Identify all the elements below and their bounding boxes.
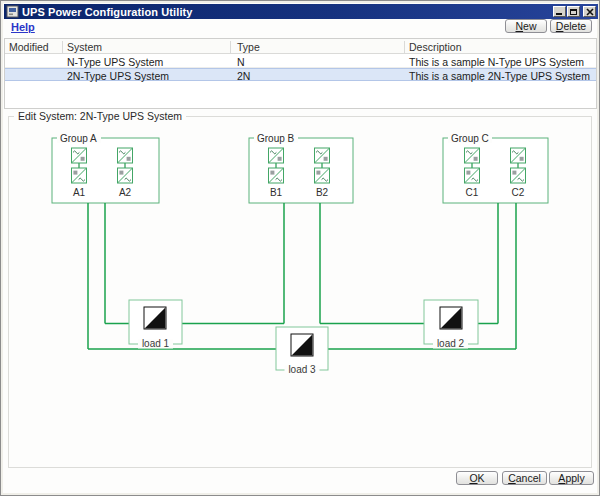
maximize-button[interactable] bbox=[567, 6, 580, 17]
column-divider bbox=[62, 41, 63, 54]
power-topology-diagram: Group A Group B Group C A1 A2 B1 B2 bbox=[9, 117, 592, 467]
load-3-node[interactable]: load 3 bbox=[276, 327, 328, 375]
load-2-label: load 2 bbox=[437, 338, 465, 349]
ups-unit-a1-label: A1 bbox=[73, 187, 86, 198]
ups-unit-b2-label: B2 bbox=[316, 187, 329, 198]
group-a-box: Group A bbox=[52, 133, 159, 204]
ups-unit-c1-label: C1 bbox=[466, 187, 479, 198]
load-2-icon bbox=[440, 307, 462, 329]
minimize-button[interactable] bbox=[553, 6, 566, 17]
system-table: Modified System Type Description N-Type … bbox=[4, 38, 597, 109]
table-header-row: Modified System Type Description bbox=[5, 39, 596, 54]
column-divider bbox=[230, 41, 231, 54]
titlebar: UPS Power Configuration Utility bbox=[4, 4, 598, 19]
close-button[interactable] bbox=[583, 6, 596, 17]
ups-unit-c2[interactable]: C2 bbox=[511, 148, 526, 198]
maximize-icon bbox=[570, 9, 577, 15]
group-c-box: Group C bbox=[443, 133, 548, 204]
ups-unit-b1-label: B1 bbox=[270, 187, 283, 198]
cell-type: 2N bbox=[237, 70, 250, 82]
load-2-node[interactable]: load 2 bbox=[424, 300, 478, 349]
ok-button[interactable]: OK bbox=[456, 471, 498, 485]
window-title: UPS Power Configuration Utility bbox=[22, 6, 193, 18]
group-b-label: Group B bbox=[257, 133, 295, 144]
cancel-button[interactable]: Cancel bbox=[502, 471, 547, 485]
group-c-label: Group C bbox=[451, 133, 489, 144]
column-divider bbox=[404, 41, 405, 54]
cell-system: N-Type UPS System bbox=[67, 56, 163, 68]
cell-type: N bbox=[237, 56, 245, 68]
col-header-system[interactable]: System bbox=[67, 41, 102, 53]
col-header-modified[interactable]: Modified bbox=[9, 41, 49, 53]
ups-unit-a2-label: A2 bbox=[119, 187, 132, 198]
group-b-box: Group B bbox=[249, 133, 353, 204]
ups-unit-b1[interactable]: B1 bbox=[269, 148, 284, 198]
titlebar-controls bbox=[552, 6, 596, 17]
ups-unit-c2-label: C2 bbox=[512, 187, 525, 198]
table-row-2n-type-selected[interactable]: 2N-Type UPS System 2N This is a sample 2… bbox=[5, 68, 596, 81]
close-icon bbox=[586, 8, 594, 16]
ups-unit-c1[interactable]: C1 bbox=[465, 148, 480, 198]
app-window: UPS Power Configuration Utility Help New… bbox=[0, 0, 600, 496]
help-link[interactable]: Help bbox=[11, 21, 35, 33]
cell-description: This is a sample N-Type UPS System bbox=[409, 56, 584, 68]
load-3-label: load 3 bbox=[288, 364, 316, 375]
table-row-n-type[interactable]: N-Type UPS System N This is a sample N-T… bbox=[5, 55, 596, 68]
ups-unit-b2[interactable]: B2 bbox=[315, 148, 330, 198]
load-1-node[interactable]: load 1 bbox=[129, 300, 182, 349]
edit-system-panel: Edit System: 2N-Type UPS System bbox=[8, 116, 592, 468]
load-1-label: load 1 bbox=[142, 338, 170, 349]
ups-unit-a1[interactable]: A1 bbox=[72, 148, 87, 198]
col-header-type[interactable]: Type bbox=[237, 41, 260, 53]
new-button[interactable]: New bbox=[505, 19, 547, 33]
load-1-icon bbox=[144, 307, 166, 329]
minimize-icon bbox=[556, 13, 562, 15]
ups-unit-a2[interactable]: A2 bbox=[118, 148, 133, 198]
apply-button[interactable]: Apply bbox=[549, 471, 594, 485]
group-a-label: Group A bbox=[60, 133, 97, 144]
app-icon bbox=[6, 5, 19, 18]
delete-button[interactable]: Delete bbox=[550, 19, 592, 33]
load-3-icon bbox=[291, 334, 313, 356]
col-header-description[interactable]: Description bbox=[409, 41, 462, 53]
cell-description: This is a sample 2N-Type UPS System bbox=[409, 70, 590, 82]
cell-system: 2N-Type UPS System bbox=[67, 70, 169, 82]
